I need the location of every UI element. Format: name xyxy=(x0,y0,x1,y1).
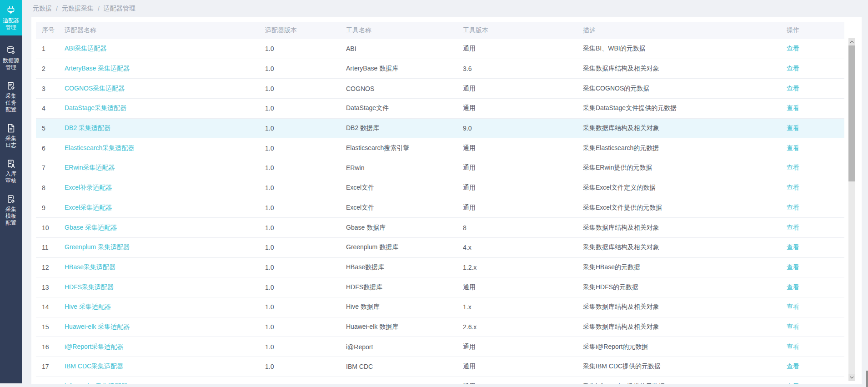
doc-user-icon xyxy=(6,159,16,169)
tool-name: Excel文件 xyxy=(346,184,463,192)
description: 采集BI、WBI的元数据 xyxy=(583,45,787,53)
adapter-name-link[interactable]: Gbase 采集适配器 xyxy=(65,224,117,231)
scrollbar-thumb[interactable] xyxy=(848,45,855,181)
sidebar-item-collection-task-config[interactable]: 采集任务配置 xyxy=(0,81,22,113)
row-index: 13 xyxy=(36,284,65,291)
tool-name: COGNOS xyxy=(346,85,463,92)
table-scrollbar[interactable] xyxy=(848,38,855,381)
sidebar-item-collection-log[interactable]: 采集日志 xyxy=(0,123,22,149)
sidebar-item-adapter-management[interactable]: 适配器管理 xyxy=(0,0,22,35)
adapter-version: 1.0 xyxy=(265,303,346,311)
breadcrumb-current-page: 适配器管理 xyxy=(104,5,135,13)
tool-version: 3.6 xyxy=(463,65,583,72)
adapter-name-link[interactable]: ArteryBase 采集适配器 xyxy=(65,65,130,72)
table-body: 1 ABI采集适配器 1.0 ABI 通用 采集BI、WBI的元数据 查看 2 … xyxy=(36,39,844,384)
view-link[interactable]: 查看 xyxy=(787,85,799,92)
adapter-name-link[interactable]: IBM CDC采集适配器 xyxy=(65,362,123,370)
sidebar-item-label: 采集任务配置 xyxy=(5,93,16,113)
view-link[interactable]: 查看 xyxy=(787,65,799,72)
description: 采集HDFS的元数据 xyxy=(583,283,787,292)
view-link[interactable]: 查看 xyxy=(787,184,799,191)
table-row: 10 Gbase 采集适配器 1.0 Gbase 数据库 8 采集数据库结构及相… xyxy=(36,218,844,238)
adapter-version: 1.0 xyxy=(265,284,346,291)
adapter-version: 1.0 xyxy=(265,85,346,92)
view-link[interactable]: 查看 xyxy=(787,343,799,350)
sidebar-item-collection-template-config[interactable]: 采集模板配置 xyxy=(0,194,22,226)
adapter-name-link[interactable]: Huawei-elk 采集适配器 xyxy=(65,323,130,330)
adapter-version: 1.0 xyxy=(265,105,346,112)
tool-name: HDFS数据库 xyxy=(346,283,463,292)
table-row: 14 Hive 采集适配器 1.0 Hive 数据库 1.x 采集数据库结构及相… xyxy=(36,297,844,317)
column-header-index: 序号 xyxy=(36,26,65,35)
view-link[interactable]: 查看 xyxy=(787,263,799,271)
view-link[interactable]: 查看 xyxy=(787,144,799,151)
sidebar-item-label: 采集模板配置 xyxy=(5,206,16,226)
row-index: 15 xyxy=(36,323,65,331)
adapter-name-link[interactable]: Excel补录适配器 xyxy=(65,184,112,191)
view-link[interactable]: 查看 xyxy=(787,283,799,291)
adapter-name-link[interactable]: HBase采集适配器 xyxy=(65,263,115,271)
view-link[interactable]: 查看 xyxy=(787,362,799,370)
tool-name: Elasticsearch搜索引擎 xyxy=(346,144,463,152)
adapter-name-link[interactable]: DataStage采集适配器 xyxy=(65,104,126,111)
sidebar-item-warehouse-review[interactable]: 入库审核 xyxy=(0,159,22,184)
row-index: 7 xyxy=(36,164,65,171)
scroll-up-button[interactable] xyxy=(848,38,855,45)
adapter-name-link[interactable]: Excel采集适配器 xyxy=(65,204,112,211)
view-link[interactable]: 查看 xyxy=(787,224,799,231)
database-gear-icon xyxy=(6,45,16,55)
adapter-name-link[interactable]: COGNOS采集适配器 xyxy=(65,85,125,92)
adapter-name-link[interactable]: ABI采集适配器 xyxy=(65,45,107,52)
adapter-name-link[interactable]: i@Report采集适配器 xyxy=(65,343,123,350)
tool-version: 通用 xyxy=(463,164,583,172)
table-row: 7 ERwin采集适配器 1.0 ERwin 通用 采集ERwin提供的元数据 … xyxy=(36,158,844,178)
description: 采集i@Report的元数据 xyxy=(583,343,787,351)
scroll-down-button[interactable] xyxy=(848,374,855,381)
adapter-name-link[interactable]: DB2 采集适配器 xyxy=(65,124,110,131)
table-row: 2 ArteryBase 采集适配器 1.0 ArteryBase 数据库 3.… xyxy=(36,59,844,79)
tool-version: 通用 xyxy=(463,144,583,152)
breadcrumb-separator: / xyxy=(56,5,58,12)
table-row: 8 Excel补录适配器 1.0 Excel文件 通用 采集Excel文件定义的… xyxy=(36,178,844,198)
view-link[interactable]: 查看 xyxy=(787,204,799,211)
adapter-name-link[interactable]: Greenplum 采集适配器 xyxy=(65,243,130,251)
adapter-table: 序号 适配器名称 适配器版本 工具名称 工具版本 描述 操作 1 ABI采集适配… xyxy=(36,22,844,384)
adapter-name-link[interactable]: informatica采集适配器 xyxy=(65,382,127,384)
adapter-version: 1.0 xyxy=(265,184,346,191)
view-link[interactable]: 查看 xyxy=(787,104,799,111)
breadcrumb-metadata[interactable]: 元数据 xyxy=(33,5,52,13)
column-header-adapter-name: 适配器名称 xyxy=(65,26,265,35)
adapter-name-link[interactable]: ERwin采集适配器 xyxy=(65,164,115,171)
view-link[interactable]: 查看 xyxy=(787,164,799,171)
description: 采集数据库结构及相关对象 xyxy=(583,224,787,232)
tool-version: 通用 xyxy=(463,85,583,93)
view-link[interactable]: 查看 xyxy=(787,303,799,310)
view-link[interactable]: 查看 xyxy=(787,382,799,384)
plug-icon xyxy=(6,5,16,15)
sidebar-item-label: 采集日志 xyxy=(5,135,16,149)
breadcrumb-metadata-collection[interactable]: 元数据采集 xyxy=(62,5,94,13)
table-row: 3 COGNOS采集适配器 1.0 COGNOS 通用 采集COGNOS的元数据… xyxy=(36,79,844,99)
view-link[interactable]: 查看 xyxy=(787,243,799,251)
row-index: 9 xyxy=(36,204,65,211)
adapter-version: 1.0 xyxy=(265,323,346,331)
adapter-name-link[interactable]: HDFS采集适配器 xyxy=(65,283,114,291)
view-link[interactable]: 查看 xyxy=(787,45,799,52)
table-header: 序号 适配器名称 适配器版本 工具名称 工具版本 描述 操作 xyxy=(36,22,844,39)
tool-version: 通用 xyxy=(463,104,583,112)
tool-name: Gbase 数据库 xyxy=(346,224,463,232)
description: 采集数据库结构及相关对象 xyxy=(583,303,787,311)
description: 采集IBM CDC提供的元数据 xyxy=(583,362,787,371)
description: 采集DataStage文件提供的元数据 xyxy=(583,104,787,112)
sidebar-item-datasource-management[interactable]: 数据源管理 xyxy=(0,45,22,71)
adapter-name-link[interactable]: Hive 采集适配器 xyxy=(65,303,111,310)
view-link[interactable]: 查看 xyxy=(787,323,799,330)
adapter-version: 1.0 xyxy=(265,125,346,132)
description: 采集Excel文件提供的元数据 xyxy=(583,204,787,212)
adapter-name-link[interactable]: Elasticsearch采集适配器 xyxy=(65,144,134,151)
view-link[interactable]: 查看 xyxy=(787,124,799,131)
tool-name: ERwin xyxy=(346,164,463,171)
adapter-version: 1.0 xyxy=(265,145,346,152)
window-scrollbar-thumb[interactable] xyxy=(866,371,868,387)
doc-gear-icon xyxy=(6,81,16,91)
